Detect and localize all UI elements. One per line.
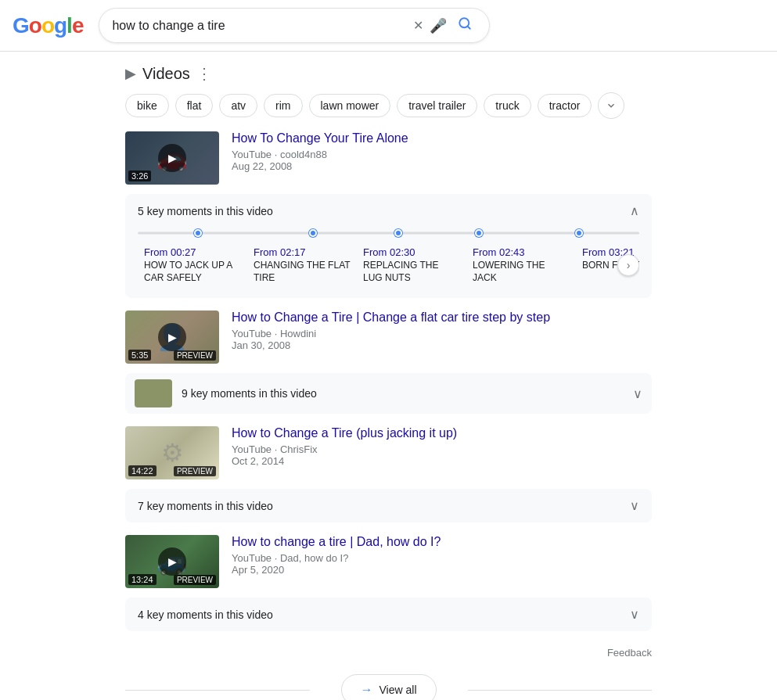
timeline-dot-5	[575, 229, 583, 237]
video-info-4: How to change a tire | Dad, how do I? Yo…	[232, 535, 652, 576]
video-title-1[interactable]: How To Change Your Tire Alone	[232, 131, 408, 145]
play-button-4[interactable]: ▶	[158, 547, 186, 576]
svg-line-1	[468, 26, 470, 28]
filter-chip-atv[interactable]: atv	[219, 94, 257, 117]
filter-chip-tractor[interactable]: tractor	[538, 94, 592, 117]
moment-item-4[interactable]: From 02:43 LOWERING THE JACK	[466, 242, 576, 289]
key-moments-label-2: 9 key moments in this video	[182, 387, 317, 400]
key-moments-header-1[interactable]: 5 key moments in this video ∧	[138, 203, 639, 218]
logo-o1: o	[29, 13, 41, 38]
key-moments-expand-4[interactable]: ∨	[630, 607, 639, 622]
video-thumbnail-4[interactable]: 🚙 ▶ 13:24 PREVIEW	[125, 535, 219, 588]
video-meta-4: YouTube · Dad, how do I?	[232, 552, 652, 564]
filter-chip-travel-trailer[interactable]: travel trailer	[397, 94, 477, 117]
key-moments-3: 7 key moments in this video ∨	[125, 489, 652, 522]
moment-item-1[interactable]: From 00:27 HOW TO JACK UP A CAR SAFELY	[138, 242, 247, 289]
divider-left	[125, 690, 310, 691]
video-title-2[interactable]: How to Change a Tire | Change a flat car…	[232, 311, 550, 324]
key-moments-expand-2[interactable]: ∨	[633, 386, 642, 401]
feedback-button[interactable]: Feedback	[607, 647, 652, 659]
filter-expand-button[interactable]	[598, 92, 624, 119]
timeline-bar-1	[138, 228, 639, 239]
feedback-area: Feedback	[125, 644, 652, 662]
key-moments-header-4[interactable]: 4 key moments in this video ∨	[138, 607, 639, 622]
video-info-2: How to Change a Tire | Change a flat car…	[232, 311, 652, 351]
key-moments-header-3[interactable]: 7 key moments in this video ∨	[138, 498, 639, 513]
view-all-area: → View all	[125, 674, 652, 700]
moment-time-1: From 00:27	[144, 246, 241, 258]
view-all-arrow-icon: →	[361, 683, 373, 697]
timeline-dot-4	[475, 229, 483, 237]
moment-desc-3: REPLACING THE LUG NUTS	[363, 260, 460, 284]
play-button-1[interactable]: ▶	[158, 144, 186, 172]
moment-item-2[interactable]: From 02:17 CHANGING THE FLAT TIRE	[247, 242, 357, 289]
filter-chip-truck[interactable]: truck	[484, 94, 531, 117]
search-input[interactable]	[112, 19, 407, 33]
logo-l: l	[67, 13, 72, 38]
video-date-1: Aug 22, 2008	[232, 160, 652, 172]
moment-time-3: From 02:30	[363, 246, 460, 258]
section-menu-icon[interactable]: ⋮	[196, 64, 212, 83]
video-thumbnail-2[interactable]: 👤 ▶ 5:35 PREVIEW	[125, 311, 219, 364]
key-moments-2: 9 key moments in this video ∨	[125, 373, 652, 414]
timeline-track	[138, 232, 639, 235]
moment-time-2: From 02:17	[254, 246, 351, 258]
video-card-3: ⚙ 14:22 PREVIEW How to Change a Tire (pl…	[125, 426, 652, 479]
key-moments-label-4: 4 key moments in this video	[138, 608, 273, 621]
key-moments-collapse-1[interactable]: ∧	[630, 203, 639, 218]
logo-e: e	[72, 13, 84, 38]
voice-search-button[interactable]: 🎤	[430, 17, 447, 34]
key-moments-4: 4 key moments in this video ∨	[125, 598, 652, 631]
key-moments-expand-3[interactable]: ∨	[630, 498, 639, 513]
divider-right	[468, 690, 653, 691]
filter-chip-flat[interactable]: flat	[175, 94, 214, 117]
moment-desc-2: CHANGING THE FLAT TIRE	[254, 260, 351, 284]
video-thumbnail-1[interactable]: 🚗 ▶ 3:26	[125, 131, 219, 185]
video-title-4[interactable]: How to change a tire | Dad, how do I?	[232, 535, 441, 548]
moments-next-button-1[interactable]: ›	[617, 254, 639, 276]
preview-badge-2: PREVIEW	[174, 350, 216, 361]
video-duration-3: 14:22	[128, 465, 156, 476]
view-all-label: View all	[380, 684, 417, 696]
video-date-4: Apr 5, 2020	[232, 564, 652, 576]
view-all-button[interactable]: → View all	[341, 674, 437, 700]
key-moments-header-2[interactable]: 9 key moments in this video ∨	[182, 386, 642, 401]
filter-chip-rim[interactable]: rim	[264, 94, 302, 117]
main-content: ▶ Videos ⋮ bike flat atv rim lawn mower …	[0, 52, 777, 700]
video-card-2: 👤 ▶ 5:35 PREVIEW How to Change a Tire | …	[125, 311, 652, 364]
preview-badge-3: PREVIEW	[174, 466, 216, 476]
moments-row-1: From 00:27 HOW TO JACK UP A CAR SAFELY F…	[138, 242, 639, 289]
videos-section-header: ▶ Videos ⋮	[125, 64, 652, 83]
key-moments-1: 5 key moments in this video ∧ From 00:27…	[125, 194, 652, 298]
header: Google ✕ 🎤	[0, 0, 777, 52]
video-meta-2: YouTube · Howdini	[232, 328, 652, 339]
search-button[interactable]	[453, 15, 477, 36]
logo-g: G	[13, 13, 29, 38]
filter-chip-bike[interactable]: bike	[125, 94, 169, 117]
filter-chip-lawn-mower[interactable]: lawn mower	[309, 94, 391, 117]
moment-desc-4: LOWERING THE JACK	[473, 260, 570, 284]
moment-item-3[interactable]: From 02:30 REPLACING THE LUG NUTS	[357, 242, 466, 289]
search-bar: ✕ 🎤	[99, 8, 490, 43]
video-section-icon: ▶	[125, 65, 136, 82]
timeline-dot-2	[309, 229, 317, 237]
key-moments-label-1: 5 key moments in this video	[138, 205, 273, 217]
video-title-3[interactable]: How to Change a Tire (plus jacking it up…	[232, 426, 457, 440]
filter-chips-row: bike flat atv rim lawn mower travel trai…	[125, 92, 652, 119]
timeline-dot-1	[194, 229, 202, 237]
moment-desc-1: HOW TO JACK UP A CAR SAFELY	[144, 260, 241, 284]
play-button-2[interactable]: ▶	[158, 323, 186, 351]
video-meta-3: YouTube · ChrisFix	[232, 443, 652, 455]
video-card-1: 🚗 ▶ 3:26 How To Change Your Tire Alone Y…	[125, 131, 652, 185]
video-card-4: 🚙 ▶ 13:24 PREVIEW How to change a tire |…	[125, 535, 652, 588]
clear-search-button[interactable]: ✕	[413, 18, 423, 33]
video-info-1: How To Change Your Tire Alone YouTube · …	[232, 131, 652, 172]
moment-time-4: From 02:43	[473, 246, 570, 258]
google-logo[interactable]: Google	[13, 13, 83, 38]
video-thumbnail-3[interactable]: ⚙ 14:22 PREVIEW	[125, 426, 219, 479]
video-duration-2: 5:35	[128, 350, 151, 361]
video-duration-4: 13:24	[128, 574, 156, 585]
logo-g2: g	[54, 13, 67, 38]
logo-o2: o	[41, 13, 54, 38]
key-moments-thumb-2	[135, 379, 172, 407]
